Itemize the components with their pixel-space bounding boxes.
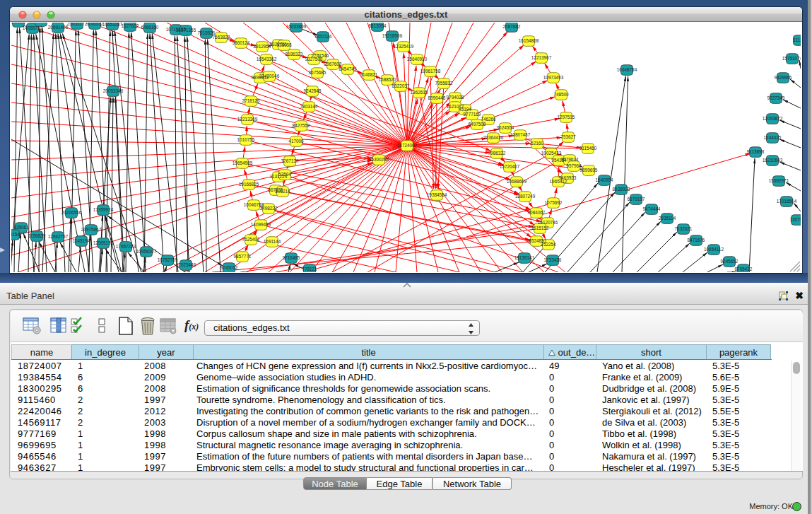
svg-text:8186323: 8186323 <box>286 52 303 57</box>
svg-text:9899695: 9899695 <box>580 168 598 173</box>
svg-text:20206556: 20206556 <box>61 210 82 215</box>
svg-text:3675685: 3675685 <box>309 70 326 75</box>
svg-text:806214: 806214 <box>275 189 290 194</box>
svg-text:417006: 417006 <box>288 139 304 144</box>
svg-text:1244415: 1244415 <box>764 135 782 140</box>
svg-text:12023446: 12023446 <box>176 262 196 267</box>
svg-text:116753: 116753 <box>790 217 801 222</box>
svg-text:16648784: 16648784 <box>617 67 637 72</box>
svg-text:7625402: 7625402 <box>242 237 260 242</box>
svg-text:9463923: 9463923 <box>559 175 577 180</box>
svg-text:746266: 746266 <box>481 117 496 122</box>
svg-text:8705432: 8705432 <box>735 267 753 271</box>
svg-text:17359924: 17359924 <box>93 207 114 212</box>
svg-text:16120746: 16120746 <box>538 220 558 225</box>
svg-text:8990448: 8990448 <box>428 95 446 100</box>
svg-text:12325419: 12325419 <box>394 44 414 49</box>
svg-text:1527602: 1527602 <box>122 23 139 28</box>
svg-text:16671355: 16671355 <box>176 28 196 33</box>
svg-text:7955812: 7955812 <box>435 81 453 86</box>
svg-text:936058: 936058 <box>276 42 292 47</box>
svg-text:3267130: 3267130 <box>281 158 299 163</box>
svg-text:435061: 435061 <box>13 225 29 230</box>
svg-text:9329966: 9329966 <box>775 75 792 80</box>
svg-text:14099489: 14099489 <box>251 222 271 227</box>
svg-text:10961758: 10961758 <box>420 69 441 74</box>
svg-text:6466160: 6466160 <box>141 25 159 30</box>
svg-text:20053346: 20053346 <box>103 88 124 93</box>
svg-text:19166825: 19166825 <box>239 182 259 187</box>
svg-text:10654112: 10654112 <box>704 247 724 252</box>
svg-text:15692971: 15692971 <box>769 178 789 183</box>
svg-text:8454749: 8454749 <box>339 66 357 71</box>
svg-text:15640910: 15640910 <box>407 57 428 62</box>
svg-text:9327508: 9327508 <box>305 57 323 62</box>
svg-text:7803144: 7803144 <box>300 104 318 109</box>
svg-text:6497508: 6497508 <box>469 122 486 127</box>
svg-text:8813054: 8813054 <box>369 23 387 28</box>
svg-text:11123: 11123 <box>794 37 801 42</box>
svg-text:778121: 778121 <box>302 267 317 271</box>
svg-text:8322037: 8322037 <box>392 83 410 88</box>
svg-text:1588520: 1588520 <box>379 77 396 82</box>
svg-text:25033172: 25033172 <box>67 23 88 26</box>
svg-text:39154: 39154 <box>11 232 20 237</box>
svg-text:9245652: 9245652 <box>721 259 739 264</box>
svg-text:7632621: 7632621 <box>675 226 693 231</box>
svg-text:748500: 748500 <box>553 92 569 97</box>
svg-text:12213369: 12213369 <box>237 117 258 122</box>
svg-text:3716485: 3716485 <box>283 255 300 260</box>
svg-text:19384554: 19384554 <box>427 192 447 197</box>
svg-text:9084067: 9084067 <box>528 210 546 215</box>
svg-text:16543362: 16543362 <box>257 57 277 62</box>
svg-text:16210643: 16210643 <box>763 158 783 163</box>
svg-text:8471676: 8471676 <box>688 238 705 243</box>
svg-text:9113898: 9113898 <box>747 149 765 154</box>
svg-text:16154808: 16154808 <box>519 38 539 43</box>
svg-text:8220307: 8220307 <box>11 23 28 24</box>
svg-text:9242848: 9242848 <box>304 88 322 93</box>
svg-text:1156829: 1156829 <box>28 233 46 238</box>
svg-text:9146821: 9146821 <box>360 72 378 77</box>
svg-text:9245012: 9245012 <box>220 265 238 270</box>
svg-text:15751074: 15751074 <box>782 56 801 61</box>
svg-text:15300295: 15300295 <box>369 157 389 162</box>
svg-text:7663822: 7663822 <box>213 35 230 40</box>
svg-text:7357224: 7357224 <box>314 34 332 39</box>
svg-text:20975867: 20975867 <box>81 227 102 232</box>
svg-text:10958107: 10958107 <box>136 249 157 254</box>
svg-text:9777169: 9777169 <box>464 112 481 117</box>
svg-text:10688609: 10688609 <box>507 179 527 184</box>
svg-text:23420046: 23420046 <box>259 74 280 78</box>
svg-text:1615152: 1615152 <box>531 226 549 230</box>
svg-text:20691406: 20691406 <box>48 25 69 30</box>
svg-text:1075692: 1075692 <box>545 200 563 205</box>
svg-text:8427552: 8427552 <box>293 123 310 128</box>
svg-text:9106532: 9106532 <box>86 23 104 26</box>
svg-text:753627: 753627 <box>560 134 576 139</box>
svg-text:3498222: 3498222 <box>260 206 278 211</box>
svg-text:16033809: 16033809 <box>286 24 307 29</box>
svg-text:10025433: 10025433 <box>541 151 562 156</box>
svg-text:17957223: 17957223 <box>116 244 136 249</box>
svg-text:9579614: 9579614 <box>561 157 579 162</box>
svg-text:1640954: 1640954 <box>596 177 613 182</box>
svg-text:9227349: 9227349 <box>767 95 785 100</box>
svg-text:10807487: 10807487 <box>510 132 531 137</box>
svg-text:9031525: 9031525 <box>33 23 50 23</box>
svg-text:9857771: 9857771 <box>234 254 252 259</box>
svg-text:6679197: 6679197 <box>628 197 645 201</box>
svg-text:16782759: 16782759 <box>158 257 178 262</box>
svg-text:9860124: 9860124 <box>233 40 250 45</box>
svg-text:9474444: 9474444 <box>643 206 661 211</box>
svg-text:10973493: 10973493 <box>543 75 564 80</box>
svg-text:18724007: 18724007 <box>397 143 418 148</box>
svg-text:9115460: 9115460 <box>579 146 597 151</box>
svg-text:1010755: 1010755 <box>237 137 255 142</box>
svg-text:53594: 53594 <box>278 172 291 177</box>
svg-text:2967608: 2967608 <box>324 62 342 66</box>
svg-text:12213967: 12213967 <box>531 55 552 60</box>
svg-text:62160: 62160 <box>531 141 543 146</box>
svg-text:1145194: 1145194 <box>73 238 90 243</box>
svg-text:14055712: 14055712 <box>23 25 43 30</box>
